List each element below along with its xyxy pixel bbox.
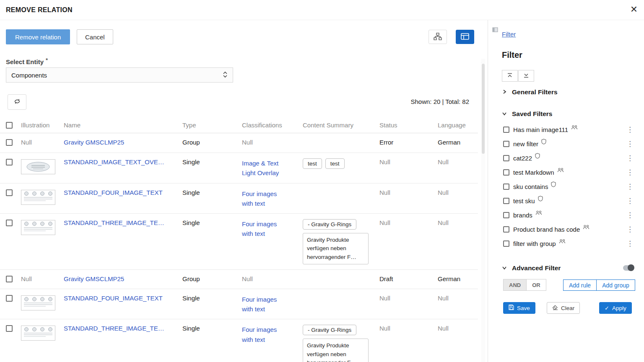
and-button[interactable]: AND <box>503 279 527 291</box>
table-scrollbar-thumb[interactable] <box>482 64 485 154</box>
row-language: Null <box>438 295 449 302</box>
content-summary-box: Gravity Produkte verfügen neben hervorra… <box>303 233 369 264</box>
save-filter-button[interactable]: Save <box>503 302 535 314</box>
kebab-menu-icon[interactable]: ⋮ <box>626 239 633 248</box>
apply-filter-button[interactable]: ✓ Apply <box>599 302 632 314</box>
row-language: German <box>438 270 478 289</box>
filter-checkbox[interactable] <box>503 212 509 218</box>
four-image-grid-thumbnail <box>21 190 55 205</box>
chevron-right-icon <box>502 88 507 96</box>
close-icon[interactable]: × <box>627 2 641 17</box>
shield-icon <box>541 139 546 145</box>
row-status: Error <box>379 133 438 153</box>
row-status: Null <box>379 219 390 226</box>
and-or-segment: AND OR <box>503 279 546 291</box>
entity-select[interactable]: Components <box>6 67 233 83</box>
filter-label: filter with group <box>513 240 556 247</box>
clear-filter-button[interactable]: Clear <box>547 302 580 314</box>
row-name-link[interactable]: STANDARD_IMAGE_TEXT_OVE… <box>64 158 164 165</box>
saved-filter-item: test Markdown ⋮ <box>503 165 633 179</box>
table-view-button[interactable] <box>456 30 474 44</box>
saved-filter-item: Has main image111 ⋮ <box>503 122 633 137</box>
add-group-button[interactable]: Add group <box>597 279 635 291</box>
saved-filter-item: sku contains ⋮ <box>503 179 633 194</box>
panel-icon[interactable] <box>492 26 498 34</box>
row-classification-link[interactable]: Four images with text <box>242 219 286 239</box>
expand-all-button[interactable] <box>518 70 534 82</box>
row-classifications: Null <box>242 275 253 282</box>
filter-sidebar: Filter Filter General Filters Saved Filt… <box>488 20 644 362</box>
row-checkbox[interactable] <box>6 295 13 302</box>
select-all-checkbox[interactable] <box>6 122 13 129</box>
filter-checkbox[interactable] <box>503 226 509 233</box>
row-name-link[interactable]: Gravity GMSCLMP25 <box>64 275 124 282</box>
remove-relation-button[interactable]: Remove relation <box>6 29 70 44</box>
row-name-link[interactable]: Gravity GMSCLMP25 <box>64 139 124 146</box>
group-icon <box>557 168 564 173</box>
filter-label: Product brand has code <box>513 226 580 233</box>
col-classifications: Classifications <box>242 117 303 135</box>
row-checkbox[interactable] <box>6 325 13 332</box>
filter-checkbox[interactable] <box>503 169 509 176</box>
kebab-menu-icon[interactable]: ⋮ <box>626 154 633 163</box>
saved-filters-section[interactable]: Saved Filters <box>502 110 553 118</box>
row-classification-link[interactable]: Four images with text <box>242 295 286 314</box>
or-button[interactable]: OR <box>527 279 546 291</box>
row-name-link[interactable]: STANDARD_FOUR_IMAGE_TEXT <box>64 189 163 196</box>
kebab-menu-icon[interactable]: ⋮ <box>626 225 633 234</box>
kebab-menu-icon[interactable]: ⋮ <box>626 125 633 134</box>
row-type: Group <box>182 270 242 289</box>
row-status: Null <box>379 295 390 302</box>
add-rule-group-segment: Add rule Add group <box>563 279 635 291</box>
saved-filter-item: test sku ⋮ <box>503 194 633 208</box>
collapse-all-button[interactable] <box>502 70 518 82</box>
filter-panel-link[interactable]: Filter <box>502 31 516 38</box>
row-name-link[interactable]: STANDARD_THREE_IMAGE_TE… <box>64 325 164 332</box>
col-content-summary: Content Summary <box>303 117 379 135</box>
filter-checkbox[interactable] <box>503 240 509 247</box>
row-status: Null <box>379 158 390 165</box>
add-rule-button[interactable]: Add rule <box>563 279 597 291</box>
row-classification-link[interactable]: Four images with text <box>242 189 286 209</box>
row-status: Null <box>379 325 390 332</box>
general-filters-section[interactable]: General Filters <box>502 88 558 96</box>
collapse-all-icon <box>507 72 513 80</box>
kebab-menu-icon[interactable]: ⋮ <box>626 211 633 220</box>
filter-checkbox[interactable] <box>503 141 509 147</box>
kebab-menu-icon[interactable]: ⋮ <box>626 140 633 148</box>
tree-view-button[interactable] <box>428 30 447 44</box>
advanced-filter-toggle[interactable] <box>623 265 634 271</box>
table-row: STANDARD_THREE_IMAGE_TE… Single Four ima… <box>0 319 478 362</box>
saved-filter-item: cat222 ⋮ <box>503 151 633 165</box>
row-checkbox[interactable] <box>6 276 13 282</box>
main-panel: Remove relation Cancel Select Entity* Co… <box>0 20 488 362</box>
filter-title: Filter <box>502 50 522 60</box>
content-summary-chip: - Gravity G-Rings <box>303 325 356 335</box>
dialog-title: REMOVE RELATION <box>6 6 73 14</box>
kebab-menu-icon[interactable]: ⋮ <box>626 182 633 191</box>
kebab-menu-icon[interactable]: ⋮ <box>626 168 633 177</box>
row-checkbox[interactable] <box>6 220 13 226</box>
row-name-link[interactable]: STANDARD_FOUR_IMAGE_TEXT <box>64 295 163 302</box>
row-checkbox[interactable] <box>6 139 13 146</box>
image-text-overlay-thumbnail <box>21 159 55 174</box>
col-name: Name <box>64 117 182 135</box>
cancel-button[interactable]: Cancel <box>77 29 113 44</box>
saved-filter-item: brands ⋮ <box>503 208 633 222</box>
advanced-filter-section[interactable]: Advanced Filter <box>502 264 561 272</box>
filter-label: brands <box>513 212 532 219</box>
filter-checkbox[interactable] <box>503 198 509 204</box>
kebab-menu-icon[interactable]: ⋮ <box>626 197 633 205</box>
row-checkbox[interactable] <box>6 189 13 196</box>
row-language: German <box>438 133 478 153</box>
filter-checkbox[interactable] <box>503 184 509 190</box>
col-illustration: Illustration <box>21 117 64 135</box>
row-checkbox[interactable] <box>6 159 13 165</box>
row-classification-link[interactable]: Four images with text <box>242 325 286 344</box>
filter-checkbox[interactable] <box>503 155 509 161</box>
row-name-link[interactable]: STANDARD_THREE_IMAGE_TE… <box>64 219 164 226</box>
filter-checkbox[interactable] <box>503 127 509 133</box>
four-image-grid-thumbnail <box>21 326 55 341</box>
row-language: Null <box>438 219 449 226</box>
row-classification-link[interactable]: Image & Text Light Overlay <box>242 158 286 178</box>
